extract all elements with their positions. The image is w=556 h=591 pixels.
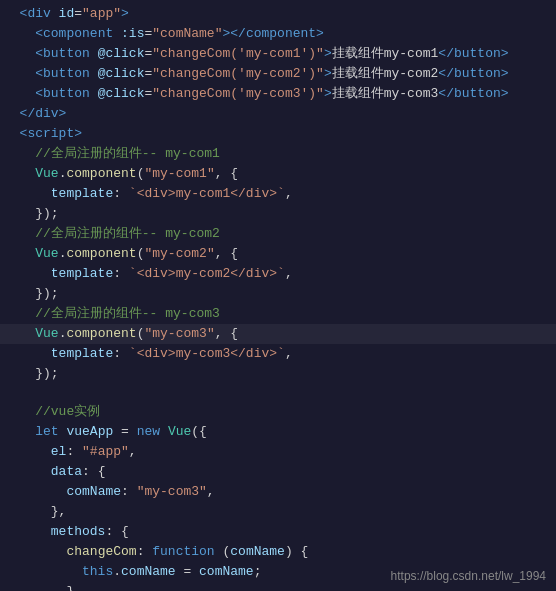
code-line: <button @click="changeCom('my-com1')">挂载…	[0, 44, 556, 64]
token: template	[51, 346, 113, 361]
token: ,	[285, 186, 293, 201]
line-content: <button @click="changeCom('my-com2')">挂载…	[4, 65, 548, 83]
token: "my-com3"	[144, 326, 214, 341]
token: "changeCom('my-com2')"	[152, 66, 324, 81]
token: comName	[121, 564, 176, 579]
token: `<div>my-com2</div>`	[129, 266, 285, 281]
token: id	[59, 6, 75, 21]
token	[4, 464, 51, 479]
code-line: template: `<div>my-com3</div>`,	[0, 344, 556, 364]
code-line: <script>	[0, 124, 556, 144]
token: 挂载组件my-com1	[332, 46, 439, 61]
token: "my-com2"	[144, 246, 214, 261]
token: =	[176, 564, 199, 579]
token	[4, 226, 35, 241]
token: }	[4, 584, 74, 591]
token: el	[51, 444, 67, 459]
token: ,	[129, 444, 137, 459]
code-line: Vue.component("my-com1", {	[0, 164, 556, 184]
token: 挂载组件my-com3	[332, 86, 439, 101]
token: <button	[35, 66, 97, 81]
code-line: changeCom: function (comName) {	[0, 542, 556, 562]
code-line: template: `<div>my-com1</div>`,	[0, 184, 556, 204]
token: ({	[191, 424, 207, 439]
token	[4, 86, 35, 101]
code-line: <component :is="comName"></component>	[0, 24, 556, 44]
token	[4, 564, 82, 579]
token: : {	[82, 464, 105, 479]
line-content: },	[4, 503, 548, 521]
token: changeCom	[66, 544, 136, 559]
token: </button>	[438, 86, 508, 101]
token: this	[82, 564, 113, 579]
token	[4, 524, 51, 539]
token: component	[66, 166, 136, 181]
token: <div	[4, 6, 59, 21]
token: Vue	[35, 246, 58, 261]
token: //全局注册的组件-- my-com2	[35, 226, 220, 241]
line-content: <button @click="changeCom('my-com1')">挂载…	[4, 45, 548, 63]
token: "#app"	[82, 444, 129, 459]
code-line	[0, 384, 556, 402]
code-line: Vue.component("my-com3", {	[0, 324, 556, 344]
token: ,	[285, 346, 293, 361]
token: =	[113, 424, 136, 439]
token	[4, 146, 35, 161]
token: //vue实例	[35, 404, 100, 419]
token: , {	[215, 246, 238, 261]
token: template	[51, 186, 113, 201]
code-line: },	[0, 502, 556, 522]
token: =	[74, 6, 82, 21]
token: >	[324, 66, 332, 81]
line-content: <div id="app">	[4, 5, 548, 23]
line-content: Vue.component("my-com1", {	[4, 165, 548, 183]
code-line: Vue.component("my-com2", {	[0, 244, 556, 264]
token	[4, 326, 35, 341]
token: (	[215, 544, 231, 559]
token: <component	[35, 26, 121, 41]
token: data	[51, 464, 82, 479]
line-content: }	[4, 583, 548, 591]
token: `<div>my-com1</div>`	[129, 186, 285, 201]
token: comName	[230, 544, 285, 559]
token: , {	[215, 166, 238, 181]
token	[4, 26, 35, 41]
token: "comName"	[152, 26, 222, 41]
line-content: Vue.component("my-com3", {	[4, 325, 548, 343]
token	[4, 484, 66, 499]
code-line: //全局注册的组件-- my-com2	[0, 224, 556, 244]
token: </button>	[438, 66, 508, 81]
token: Vue	[168, 424, 191, 439]
token	[4, 46, 35, 61]
token: ,	[285, 266, 293, 281]
line-content: //全局注册的组件-- my-com2	[4, 225, 548, 243]
line-content: comName: "my-com3",	[4, 483, 548, 501]
token	[4, 444, 51, 459]
token: .	[113, 564, 121, 579]
line-content: //vue实例	[4, 403, 548, 421]
token: //全局注册的组件-- my-com1	[35, 146, 220, 161]
token: ></component>	[222, 26, 323, 41]
code-line: //全局注册的组件-- my-com1	[0, 144, 556, 164]
token: Vue	[35, 326, 58, 341]
token: });	[4, 206, 59, 221]
token: :is	[121, 26, 144, 41]
token: ) {	[285, 544, 308, 559]
code-line: <div id="app">	[0, 4, 556, 24]
line-content: <component :is="comName"></component>	[4, 25, 548, 43]
line-content: <button @click="changeCom('my-com3')">挂载…	[4, 85, 548, 103]
code-line: <button @click="changeCom('my-com3')">挂载…	[0, 84, 556, 104]
code-line: //vue实例	[0, 402, 556, 422]
token: >	[324, 86, 332, 101]
token: @click	[98, 46, 145, 61]
token: </div>	[4, 106, 66, 121]
token: comName	[66, 484, 121, 499]
token	[4, 424, 35, 439]
token	[4, 306, 35, 321]
token: <button	[35, 46, 97, 61]
token: :	[137, 544, 153, 559]
code-line: }	[0, 582, 556, 591]
token	[4, 246, 35, 261]
token	[4, 346, 51, 361]
token: :	[66, 444, 82, 459]
